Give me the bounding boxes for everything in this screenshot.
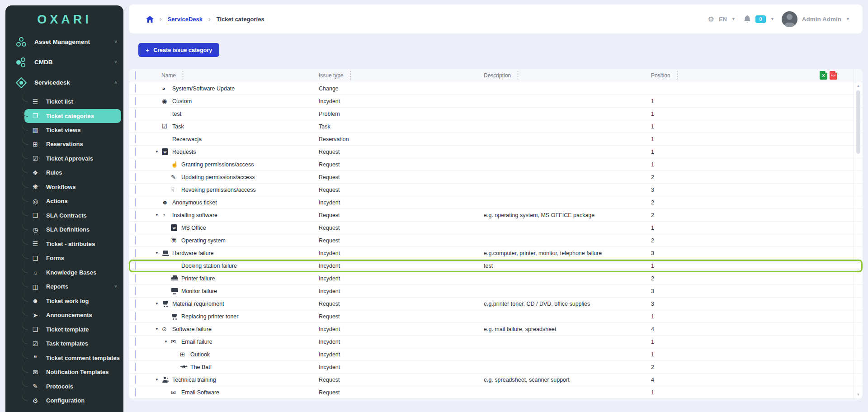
row-checkbox[interactable] — [135, 173, 136, 181]
sidebar-item-ticket-categories[interactable]: ❐Ticket categories — [24, 109, 121, 123]
row-checkbox[interactable] — [135, 185, 136, 194]
table-row[interactable]: ☻Anonymous ticketIncydent2 — [129, 196, 863, 209]
row-checkbox[interactable] — [135, 249, 136, 257]
row-checkbox[interactable] — [135, 109, 136, 118]
protocols-icon: ✎ — [31, 383, 40, 390]
select-all-checkbox[interactable] — [135, 71, 136, 80]
row-checkbox[interactable] — [135, 236, 136, 245]
row-checkbox[interactable] — [135, 261, 136, 270]
row-checkbox[interactable] — [135, 97, 136, 105]
table-row[interactable]: ▼Material requirementRequeste.g.printer … — [129, 298, 863, 310]
table-row[interactable]: Replacing printer tonerRequest1 — [129, 310, 863, 323]
category-name: Installing software — [172, 212, 217, 218]
apple-icon: ⌘ — [171, 237, 181, 244]
column-menu-icon[interactable]: ⋮⋮ — [180, 71, 185, 81]
table-row[interactable]: ◕System/Software UpdateChange — [129, 82, 863, 95]
row-checkbox[interactable] — [135, 312, 136, 321]
table-row[interactable]: ✎Updating permissions/accessRequest2 — [129, 171, 863, 184]
table-row[interactable]: ☟Revoking permissions/accessRequest3 — [129, 184, 863, 196]
expand-caret-icon[interactable]: ▼ — [155, 327, 162, 331]
sidebar-item-cmdb[interactable]: CMDB˅ — [5, 52, 123, 72]
column-header-issue-type[interactable]: Issue type — [319, 72, 344, 79]
row-checkbox[interactable] — [135, 135, 136, 143]
column-header-description[interactable]: Description — [484, 72, 511, 79]
sidebar-item-configuration[interactable]: ⚙Configuration — [5, 393, 123, 408]
expand-caret-icon[interactable]: ▼ — [164, 340, 171, 344]
notification-bell-icon[interactable] — [744, 15, 751, 23]
row-checkbox[interactable] — [135, 211, 136, 219]
table-row[interactable]: testProblem1 — [129, 108, 863, 120]
table-row[interactable]: Docking station failureIncydenttest1 — [129, 260, 863, 272]
column-header-name[interactable]: Name — [161, 72, 176, 79]
column-menu-icon[interactable]: ⋮⋮ — [515, 71, 520, 81]
row-checkbox[interactable] — [135, 350, 136, 359]
row-checkbox[interactable] — [135, 299, 136, 308]
create-issue-category-button[interactable]: + Create issue category — [138, 43, 219, 57]
column-header-position[interactable]: Position — [651, 72, 670, 79]
row-checkbox[interactable] — [135, 325, 136, 333]
user-avatar[interactable] — [782, 11, 797, 27]
expand-caret-icon[interactable]: ▼ — [155, 150, 162, 154]
column-menu-icon[interactable]: ⋮⋮ — [675, 71, 680, 81]
category-name: Email failure — [181, 339, 212, 345]
row-checkbox[interactable] — [135, 122, 136, 131]
scroll-down-icon[interactable]: ▼ — [854, 393, 863, 397]
expand-caret-icon[interactable]: ▼ — [155, 378, 162, 382]
table-row[interactable]: ▼✉Email failureIncydent1 — [129, 336, 863, 348]
row-checkbox[interactable] — [135, 337, 136, 346]
sidebar-item-asset-management[interactable]: Asset Management˅ — [5, 32, 123, 52]
table-row[interactable]: ▼Hardware failureIncydente.g.computer, p… — [129, 247, 863, 260]
notification-count-badge[interactable]: 0 — [755, 15, 766, 23]
breadcrumb-servicedesk[interactable]: ServiceDesk — [168, 16, 203, 23]
table-row[interactable]: ◉CustomIncydent1 — [129, 95, 863, 108]
table-row[interactable]: Printer failureIncydent2 — [129, 272, 863, 285]
table-row[interactable]: ▼⊙Software failureIncydente.g. mail fail… — [129, 323, 863, 336]
table-row[interactable]: ⊞OutlookIncydent1 — [129, 348, 863, 361]
table-row[interactable]: ▼Technical trainingRequeste.g. spreadshe… — [129, 374, 863, 386]
table-row[interactable]: RezerwacjaReservation1 — [129, 133, 863, 146]
sidebar-item-label: Notification Templates — [46, 369, 108, 375]
chevron-down-icon: ˅ — [114, 39, 117, 44]
row-checkbox[interactable] — [135, 363, 136, 371]
row-checkbox[interactable] — [135, 388, 136, 397]
row-checkbox[interactable] — [135, 147, 136, 156]
column-menu-icon[interactable]: ⋮⋮ — [348, 71, 353, 81]
category-name: Docking station failure — [181, 263, 237, 269]
user-name[interactable]: Admin Admin — [802, 16, 841, 23]
table-row[interactable]: ☝Granting permissions/accessRequest1 — [129, 158, 863, 171]
row-checkbox[interactable] — [135, 287, 136, 295]
row-checkbox[interactable] — [135, 375, 136, 384]
row-checkbox[interactable] — [135, 223, 136, 232]
table-row[interactable]: ▼◔Installing softwareRequeste.g. operati… — [129, 209, 863, 222]
scrollbar-thumb[interactable] — [856, 90, 860, 154]
table-row[interactable]: ✉Email SoftwareRequest1 — [129, 386, 863, 399]
sidebar-item-label: Ticket list — [46, 98, 73, 105]
table-row[interactable]: ▼wRequestsRequest1 — [129, 146, 863, 158]
notification-caret-icon[interactable]: ▼ — [770, 17, 774, 21]
pdf-export-icon[interactable]: PDF — [830, 71, 837, 80]
excel-export-icon[interactable]: X — [820, 71, 827, 80]
expand-caret-icon[interactable]: ▼ — [155, 251, 162, 255]
scroll-up-icon[interactable]: ▲ — [854, 84, 863, 88]
eye-icon: ◉ — [162, 98, 172, 104]
language-selector[interactable]: EN — [719, 16, 727, 23]
expand-caret-icon[interactable]: ▼ — [155, 213, 162, 217]
description: e.g. spreadsheet, scanner support — [484, 377, 651, 383]
table-row[interactable]: ⌘Operating systemRequest2 — [129, 234, 863, 247]
table-row[interactable]: The Bat!Incydent2 — [129, 361, 863, 374]
row-checkbox[interactable] — [135, 84, 136, 93]
home-icon[interactable] — [146, 16, 154, 23]
issue-type: Incydent — [319, 364, 484, 370]
language-caret-icon[interactable]: ▼ — [731, 17, 736, 21]
settings-gear-icon[interactable]: ⚙ — [708, 15, 714, 24]
breadcrumb-ticket-categories[interactable]: Ticket categories — [217, 16, 264, 23]
row-checkbox[interactable] — [135, 274, 136, 283]
table-scrollbar[interactable]: ▲ ▼ — [854, 69, 863, 399]
user-menu-caret-icon[interactable]: ▼ — [846, 17, 850, 21]
table-row[interactable]: Monitor failureIncydent3 — [129, 285, 863, 298]
expand-caret-icon[interactable]: ▼ — [155, 302, 162, 306]
table-row[interactable]: ☑TaskTask1 — [129, 120, 863, 133]
row-checkbox[interactable] — [135, 160, 136, 169]
row-checkbox[interactable] — [135, 198, 136, 207]
table-row[interactable]: wMS OfficeRequest1 — [129, 222, 863, 234]
